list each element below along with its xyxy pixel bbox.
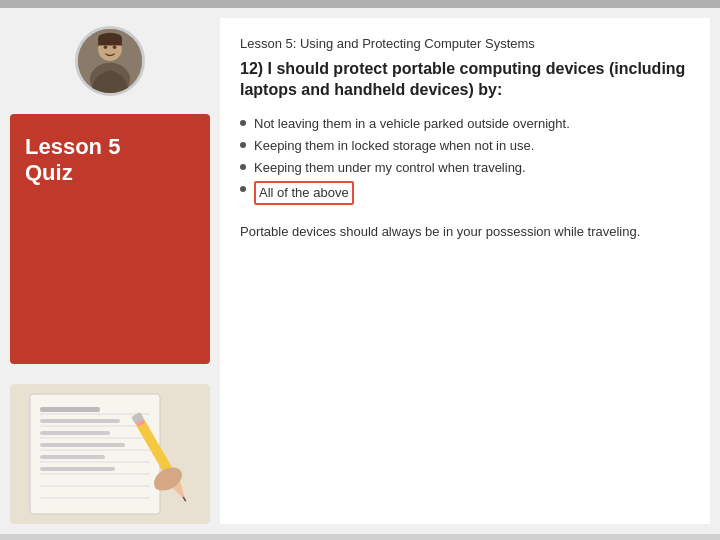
svg-rect-21: [40, 455, 105, 459]
content-area: Lesson 5 Quiz: [0, 8, 720, 534]
avatar: [75, 26, 145, 96]
quiz-image-container: [10, 384, 210, 524]
svg-rect-22: [40, 467, 115, 471]
svg-rect-19: [40, 431, 110, 435]
svg-rect-6: [98, 38, 122, 45]
quiz-image-svg: [10, 384, 210, 524]
bullet-text-2: Keeping them in locked storage when not …: [254, 137, 534, 155]
lesson-label: Lesson 5: Using and Protecting Computer …: [240, 36, 690, 51]
lesson-title-text: Lesson 5: [25, 134, 120, 159]
avatar-container: [10, 18, 210, 104]
bullet-dot: [240, 186, 246, 192]
left-panel: Lesson 5 Quiz: [10, 18, 210, 524]
svg-rect-20: [40, 443, 125, 447]
list-item: Not leaving them in a vehicle parked out…: [240, 115, 690, 133]
question-number: 12): [240, 60, 263, 77]
svg-rect-18: [40, 419, 120, 423]
lesson-subtitle-text: Quiz: [25, 160, 73, 185]
question-text: 12) I should protect portable computing …: [240, 59, 690, 101]
top-bar: [0, 0, 720, 8]
question-body: I should protect portable computing devi…: [240, 60, 685, 98]
bullet-text-3: Keeping them under my control when trave…: [254, 159, 526, 177]
svg-rect-17: [40, 407, 100, 412]
highlighted-answer: All of the above: [254, 181, 354, 205]
lesson-box: Lesson 5 Quiz: [10, 114, 210, 364]
bullet-dot: [240, 120, 246, 126]
right-panel: Lesson 5: Using and Protecting Computer …: [220, 18, 710, 524]
bottom-bar: [0, 534, 720, 540]
bullet-dot: [240, 142, 246, 148]
bullet-text-1: Not leaving them in a vehicle parked out…: [254, 115, 570, 133]
avatar-image: [78, 26, 142, 96]
answer-note: Portable devices should always be in you…: [240, 223, 690, 241]
list-item-highlighted: All of the above: [240, 181, 690, 205]
list-item: Keeping them under my control when trave…: [240, 159, 690, 177]
page-container: Lesson 5 Quiz: [0, 0, 720, 540]
svg-point-4: [113, 45, 117, 49]
svg-point-3: [104, 45, 108, 49]
bullet-list: Not leaving them in a vehicle parked out…: [240, 115, 690, 210]
lesson-title: Lesson 5 Quiz: [25, 134, 195, 187]
bullet-dot: [240, 164, 246, 170]
list-item: Keeping them in locked storage when not …: [240, 137, 690, 155]
